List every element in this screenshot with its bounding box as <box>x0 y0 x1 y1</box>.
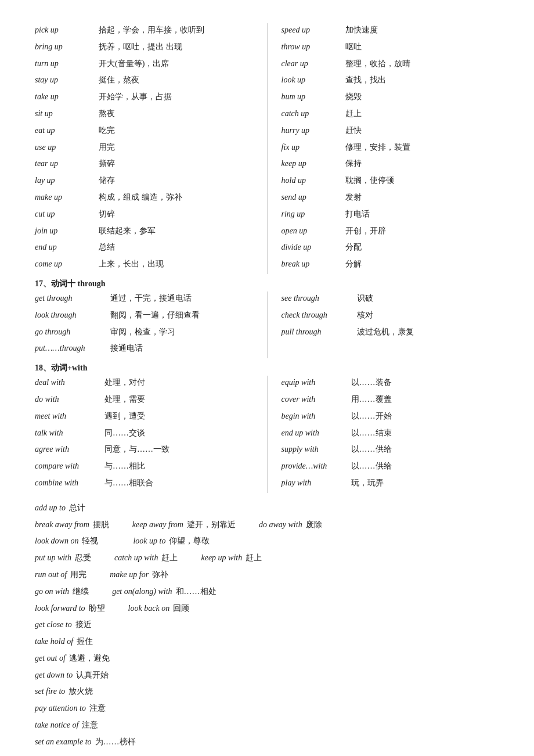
meaning-text: 打电话 <box>345 207 370 221</box>
phrase-text: deal with <box>35 376 104 390</box>
phrase-text: pick up <box>35 23 99 37</box>
multi-row: go on with继续get on(along) with和……相处 <box>35 585 499 599</box>
phrase-text: look down on <box>35 534 78 548</box>
multi-row: break away from摆脱keep away from避开，别靠近do … <box>35 518 499 532</box>
list-item: eat up吃完 <box>35 124 253 138</box>
phrase-text: throw up <box>282 40 345 54</box>
meaning-text: 避开，别靠近 <box>187 518 236 532</box>
list-item: go through审阅，检查，学习 <box>35 325 253 339</box>
list-item: meet with遇到，遭受 <box>35 409 253 423</box>
list-item: use up用完 <box>35 141 253 154</box>
phrase-text: use up <box>35 141 99 154</box>
meaning-text: 遇到，遭受 <box>104 409 145 423</box>
meaning-text: 开大(音量等)，出席 <box>99 57 169 71</box>
meaning-text: 上来，长出，出现 <box>99 257 164 271</box>
multi-row: look down on轻视look up to仰望，尊敬 <box>35 534 499 548</box>
list-item: keep up with赶上 <box>201 551 262 565</box>
list-item: deal with处理，对付 <box>35 376 253 390</box>
meaning-text: 总结 <box>99 240 115 254</box>
up-right-col: speed up加快速度throw up呕吐clear up整理，收拾，放晴lo… <box>268 23 500 274</box>
phrase-text: tear up <box>35 157 99 171</box>
list-item: look up查找，找出 <box>282 73 500 87</box>
meaning-text: 玩，玩弄 <box>351 476 384 490</box>
list-item: make up构成，组成 编造，弥补 <box>35 190 253 204</box>
list-item: clear up整理，收拾，放晴 <box>282 57 500 71</box>
up-section: pick up拾起，学会，用车接，收听到bring up抚养，呕吐，提出 出现t… <box>35 23 499 274</box>
list-item: pay attention to注意 <box>35 701 106 715</box>
phrase-text: agree with <box>35 442 104 456</box>
list-item: provide…with以……供给 <box>282 459 500 473</box>
list-item: take hold of握住 <box>35 635 93 649</box>
phrase-text: take notice of <box>35 718 78 732</box>
meaning-text: 通过，干完，接通电话 <box>110 291 192 305</box>
phrase-text: make up for <box>110 568 149 582</box>
meaning-text: 赶上 <box>345 107 362 121</box>
meaning-text: 审阅，检查，学习 <box>110 325 175 339</box>
meaning-text: 废除 <box>306 518 322 532</box>
list-item: equip with以……装备 <box>282 376 500 390</box>
list-item: end up with以……结束 <box>282 426 500 440</box>
list-item: do with处理，需要 <box>35 393 253 406</box>
list-item: check through核对 <box>282 308 500 322</box>
list-item: agree with同意，与……一致 <box>35 442 253 456</box>
list-item: send up发射 <box>282 190 500 204</box>
meaning-text: 与……相比 <box>104 459 145 473</box>
meaning-text: 整理，收拾，放晴 <box>345 57 410 71</box>
meaning-text: 修理，安排，装置 <box>345 141 410 154</box>
phrase-text: set an example to <box>35 735 92 749</box>
phrase-text: keep away from <box>132 518 183 532</box>
list-item: look forward to盼望 <box>35 602 105 615</box>
through-header: 17、动词十 through <box>35 279 499 289</box>
phrase-text: take up <box>35 90 99 104</box>
list-item: get out of逃避，避免 <box>35 651 110 665</box>
phrase-text: look through <box>35 308 110 322</box>
list-item: pick up拾起，学会，用车接，收听到 <box>35 23 253 37</box>
meaning-text: 处理，需要 <box>104 393 145 406</box>
list-item: get on(along) with和……相处 <box>112 585 216 599</box>
list-item: fix up修理，安排，装置 <box>282 141 500 154</box>
phrase-text: provide…with <box>282 459 351 473</box>
list-item: tear up撕碎 <box>35 157 253 171</box>
list-item: combine with与……相联合 <box>35 476 253 490</box>
meaning-text: 注意 <box>82 718 98 732</box>
list-item: talk with同……交谈 <box>35 426 253 440</box>
list-item: throw up呕吐 <box>282 40 500 54</box>
phrase-text: lay up <box>35 174 99 188</box>
phrase-text: look back on <box>128 602 170 615</box>
with-section: 18、动词+with deal with处理，对付do with处理，需要mee… <box>35 363 499 493</box>
meaning-text: 仰望，尊敬 <box>169 534 210 548</box>
list-item: take up开始学，从事，占据 <box>35 90 253 104</box>
list-item: get through通过，干完，接通电话 <box>35 291 253 305</box>
multi-row: get close to接近 <box>35 618 499 632</box>
multi-row: put up with忍受catch up with赶上keep up with… <box>35 551 499 565</box>
phrase-text: catch up with <box>114 551 158 565</box>
meaning-text: 发射 <box>345 190 362 204</box>
phrase-text: clear up <box>282 57 345 71</box>
phrase-text: join up <box>35 224 99 238</box>
phrase-text: stay up <box>35 73 99 87</box>
list-item: bum up烧毁 <box>282 90 500 104</box>
meaning-text: 用完 <box>70 568 86 582</box>
meaning-text: 弥补 <box>152 568 168 582</box>
meaning-text: 构成，组成 编造，弥补 <box>99 190 182 204</box>
phrase-text: hold up <box>282 174 345 188</box>
multi-row: look forward to盼望look back on回顾 <box>35 602 499 615</box>
phrase-text: get on(along) with <box>112 585 172 599</box>
meaning-text: 查找，找出 <box>345 73 386 87</box>
multi-row: set fire to放火烧 <box>35 685 499 699</box>
meaning-text: 注意 <box>89 701 106 715</box>
meaning-text: 拾起，学会，用车接，收听到 <box>99 23 204 37</box>
phrase-text: get out of <box>35 651 66 665</box>
phrase-text: hurry up <box>282 124 345 138</box>
phrase-text: sit up <box>35 107 99 121</box>
meaning-text: 为……榜样 <box>95 735 136 749</box>
phrase-text: keep up with <box>201 551 242 565</box>
meaning-text: 以……开始 <box>351 409 392 423</box>
multi-row: take hold of握住 <box>35 635 499 649</box>
meaning-text: 逃避，避免 <box>69 651 110 665</box>
list-item: ring up打电话 <box>282 207 500 221</box>
list-item: see through识破 <box>282 291 500 305</box>
meaning-text: 撕碎 <box>99 157 115 171</box>
list-item: look through翻阅，看一遍，仔细查看 <box>35 308 253 322</box>
list-item: set fire to放火烧 <box>35 685 93 699</box>
